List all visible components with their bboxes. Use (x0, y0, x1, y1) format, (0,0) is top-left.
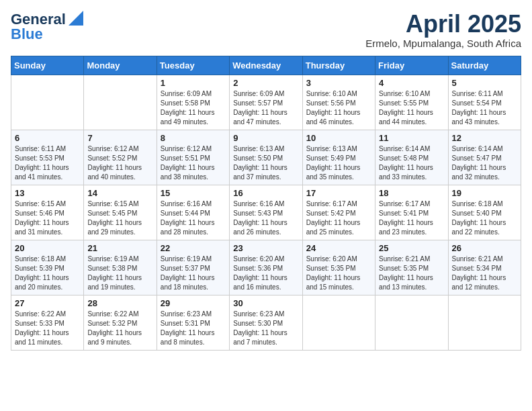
calendar-day-cell: 4Sunrise: 6:10 AM Sunset: 5:55 PM Daylig… (375, 75, 448, 130)
day-info: Sunrise: 6:10 AM Sunset: 5:55 PM Dayligh… (379, 89, 444, 127)
day-info: Sunrise: 6:13 AM Sunset: 5:49 PM Dayligh… (306, 144, 371, 182)
day-info: Sunrise: 6:18 AM Sunset: 5:39 PM Dayligh… (15, 255, 80, 292)
day-info: Sunrise: 6:22 AM Sunset: 5:33 PM Dayligh… (15, 310, 80, 347)
day-info: Sunrise: 6:17 AM Sunset: 5:42 PM Dayligh… (306, 199, 371, 237)
calendar-day-cell: 7Sunrise: 6:12 AM Sunset: 5:52 PM Daylig… (84, 130, 157, 185)
day-of-week-header: Tuesday (157, 56, 229, 75)
day-info: Sunrise: 6:15 AM Sunset: 5:46 PM Dayligh… (15, 199, 80, 237)
day-number: 6 (15, 133, 80, 143)
day-info: Sunrise: 6:23 AM Sunset: 5:31 PM Dayligh… (161, 310, 226, 347)
day-of-week-header: Sunday (11, 56, 84, 75)
day-number: 16 (233, 188, 298, 198)
day-info: Sunrise: 6:16 AM Sunset: 5:43 PM Dayligh… (233, 199, 298, 237)
calendar-day-cell: 18Sunrise: 6:17 AM Sunset: 5:41 PM Dayli… (375, 185, 448, 240)
day-number: 11 (379, 133, 444, 143)
day-info: Sunrise: 6:09 AM Sunset: 5:58 PM Dayligh… (161, 89, 226, 127)
day-number: 18 (379, 188, 444, 198)
day-number: 29 (161, 298, 226, 308)
calendar-day-cell: 11Sunrise: 6:14 AM Sunset: 5:48 PM Dayli… (375, 130, 448, 185)
day-info: Sunrise: 6:18 AM Sunset: 5:40 PM Dayligh… (452, 199, 517, 237)
day-number: 4 (379, 78, 444, 88)
day-info: Sunrise: 6:19 AM Sunset: 5:37 PM Dayligh… (161, 255, 226, 292)
day-number: 21 (87, 243, 152, 253)
calendar-table: SundayMondayTuesdayWednesdayThursdayFrid… (11, 56, 521, 351)
calendar-header-row: SundayMondayTuesdayWednesdayThursdayFrid… (11, 56, 521, 75)
calendar-day-cell: 3Sunrise: 6:10 AM Sunset: 5:56 PM Daylig… (302, 75, 375, 130)
day-number: 12 (452, 133, 517, 143)
day-info: Sunrise: 6:21 AM Sunset: 5:34 PM Dayligh… (452, 255, 517, 292)
day-info: Sunrise: 6:14 AM Sunset: 5:47 PM Dayligh… (452, 144, 517, 182)
day-info: Sunrise: 6:09 AM Sunset: 5:57 PM Dayligh… (233, 89, 298, 127)
title-block: April 2025 Ermelo, Mpumalanga, South Afr… (365, 11, 521, 49)
day-number: 5 (452, 78, 517, 88)
day-number: 26 (452, 243, 517, 253)
calendar-day-cell: 22Sunrise: 6:19 AM Sunset: 5:37 PM Dayli… (157, 240, 229, 295)
day-number: 19 (452, 188, 517, 198)
day-number: 14 (87, 188, 152, 198)
calendar-day-cell: 28Sunrise: 6:22 AM Sunset: 5:32 PM Dayli… (84, 295, 157, 350)
calendar-day-cell (11, 75, 84, 130)
day-info: Sunrise: 6:15 AM Sunset: 5:45 PM Dayligh… (87, 199, 152, 237)
day-info: Sunrise: 6:14 AM Sunset: 5:48 PM Dayligh… (379, 144, 444, 182)
calendar-day-cell: 5Sunrise: 6:11 AM Sunset: 5:54 PM Daylig… (448, 75, 521, 130)
calendar-week-row: 13Sunrise: 6:15 AM Sunset: 5:46 PM Dayli… (11, 185, 521, 240)
day-info: Sunrise: 6:22 AM Sunset: 5:32 PM Dayligh… (87, 310, 152, 347)
day-info: Sunrise: 6:12 AM Sunset: 5:51 PM Dayligh… (161, 144, 226, 182)
day-of-week-header: Wednesday (230, 56, 302, 75)
calendar-day-cell: 29Sunrise: 6:23 AM Sunset: 5:31 PM Dayli… (157, 295, 229, 350)
day-number: 30 (233, 298, 298, 308)
logo-triangle-icon (69, 11, 83, 28)
calendar-day-cell: 24Sunrise: 6:20 AM Sunset: 5:35 PM Dayli… (302, 240, 375, 295)
calendar-day-cell: 27Sunrise: 6:22 AM Sunset: 5:33 PM Dayli… (11, 295, 84, 350)
day-of-week-header: Friday (375, 56, 448, 75)
calendar-day-cell: 13Sunrise: 6:15 AM Sunset: 5:46 PM Dayli… (11, 185, 84, 240)
day-info: Sunrise: 6:19 AM Sunset: 5:38 PM Dayligh… (87, 255, 152, 292)
day-number: 17 (306, 188, 371, 198)
logo: General Blue (11, 11, 83, 43)
month-title: April 2025 (365, 11, 521, 38)
calendar-day-cell (84, 75, 157, 130)
day-info: Sunrise: 6:23 AM Sunset: 5:30 PM Dayligh… (233, 310, 298, 347)
day-info: Sunrise: 6:20 AM Sunset: 5:36 PM Dayligh… (233, 255, 298, 292)
location-subtitle: Ermelo, Mpumalanga, South Africa (365, 38, 521, 49)
calendar-day-cell: 21Sunrise: 6:19 AM Sunset: 5:38 PM Dayli… (84, 240, 157, 295)
day-number: 2 (233, 78, 298, 88)
day-number: 22 (161, 243, 226, 253)
day-info: Sunrise: 6:11 AM Sunset: 5:54 PM Dayligh… (452, 89, 517, 127)
calendar-day-cell (375, 295, 448, 350)
svg-marker-0 (69, 11, 83, 26)
day-number: 8 (161, 133, 226, 143)
calendar-week-row: 1Sunrise: 6:09 AM Sunset: 5:58 PM Daylig… (11, 75, 521, 130)
day-info: Sunrise: 6:10 AM Sunset: 5:56 PM Dayligh… (306, 89, 371, 127)
day-number: 25 (379, 243, 444, 253)
calendar-day-cell: 14Sunrise: 6:15 AM Sunset: 5:45 PM Dayli… (84, 185, 157, 240)
calendar-day-cell: 9Sunrise: 6:13 AM Sunset: 5:50 PM Daylig… (230, 130, 302, 185)
day-number: 24 (306, 243, 371, 253)
day-info: Sunrise: 6:16 AM Sunset: 5:44 PM Dayligh… (161, 199, 226, 237)
calendar-day-cell (448, 295, 521, 350)
day-number: 7 (87, 133, 152, 143)
logo-blue-text: Blue (11, 26, 43, 43)
calendar-day-cell: 6Sunrise: 6:11 AM Sunset: 5:53 PM Daylig… (11, 130, 84, 185)
calendar-day-cell: 10Sunrise: 6:13 AM Sunset: 5:49 PM Dayli… (302, 130, 375, 185)
calendar-day-cell: 16Sunrise: 6:16 AM Sunset: 5:43 PM Dayli… (230, 185, 302, 240)
day-number: 20 (15, 243, 80, 253)
day-info: Sunrise: 6:21 AM Sunset: 5:35 PM Dayligh… (379, 255, 444, 292)
day-number: 10 (306, 133, 371, 143)
calendar-day-cell: 20Sunrise: 6:18 AM Sunset: 5:39 PM Dayli… (11, 240, 84, 295)
calendar-day-cell: 8Sunrise: 6:12 AM Sunset: 5:51 PM Daylig… (157, 130, 229, 185)
calendar-day-cell (302, 295, 375, 350)
calendar-week-row: 20Sunrise: 6:18 AM Sunset: 5:39 PM Dayli… (11, 240, 521, 295)
day-number: 1 (161, 78, 226, 88)
day-info: Sunrise: 6:13 AM Sunset: 5:50 PM Dayligh… (233, 144, 298, 182)
calendar-day-cell: 17Sunrise: 6:17 AM Sunset: 5:42 PM Dayli… (302, 185, 375, 240)
day-info: Sunrise: 6:12 AM Sunset: 5:52 PM Dayligh… (87, 144, 152, 182)
calendar-day-cell: 26Sunrise: 6:21 AM Sunset: 5:34 PM Dayli… (448, 240, 521, 295)
day-number: 23 (233, 243, 298, 253)
day-of-week-header: Monday (84, 56, 157, 75)
day-number: 13 (15, 188, 80, 198)
calendar-day-cell: 30Sunrise: 6:23 AM Sunset: 5:30 PM Dayli… (230, 295, 302, 350)
day-number: 15 (161, 188, 226, 198)
calendar-day-cell: 12Sunrise: 6:14 AM Sunset: 5:47 PM Dayli… (448, 130, 521, 185)
calendar-day-cell: 1Sunrise: 6:09 AM Sunset: 5:58 PM Daylig… (157, 75, 229, 130)
